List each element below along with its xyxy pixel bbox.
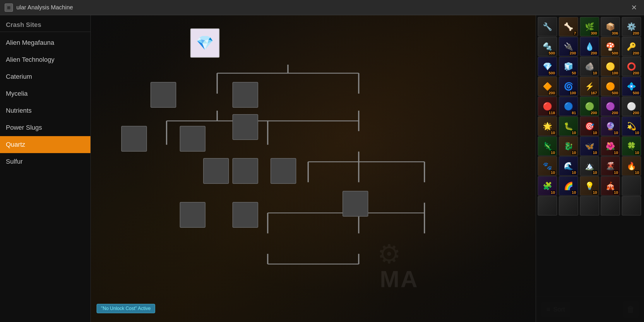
item-cell-2-1[interactable]: 🧊50	[559, 57, 578, 76]
item-cell-3-1[interactable]: 🌀100	[559, 77, 578, 96]
item-icon-3-1: 🌀	[564, 83, 573, 90]
item-cell-4-3[interactable]: 🟣200	[601, 97, 620, 116]
item-cell-3-4[interactable]: 💠500	[622, 77, 641, 96]
tree-node-6[interactable]	[203, 158, 229, 184]
item-count-1-2: 200	[590, 51, 598, 55]
item-cell-5-2[interactable]: 🎯10	[580, 117, 599, 136]
item-count-3-2: 167	[590, 91, 598, 95]
sidebar-item-nutrients[interactable]: Nutrients	[0, 102, 90, 119]
item-cell-3-0[interactable]: 🔶200	[538, 77, 557, 96]
tree-node-10[interactable]	[232, 202, 258, 228]
item-count-4-3: 200	[611, 111, 619, 115]
item-cell-9-2[interactable]	[580, 196, 599, 215]
item-cell-6-4[interactable]: 🍀10	[622, 136, 641, 156]
item-count-8-1: 10	[571, 190, 576, 195]
item-cell-0-4[interactable]: ⚙️200	[622, 17, 641, 36]
tree-node-3[interactable]	[121, 126, 147, 152]
item-cell-4-2[interactable]: 🟢200	[580, 97, 599, 116]
sidebar-header: Crash Sites	[0, 15, 90, 32]
item-cell-8-1[interactable]: 🌈10	[559, 176, 578, 196]
item-cell-9-3[interactable]	[601, 196, 620, 215]
item-cell-5-0[interactable]: 🌟10	[538, 117, 557, 136]
item-count-4-4: 200	[632, 111, 640, 115]
tree-node-5[interactable]	[232, 114, 258, 140]
item-cell-7-4[interactable]: 🔥10	[622, 156, 641, 176]
item-icon-1-3: 🍄	[606, 43, 615, 50]
item-cell-2-2[interactable]: 🪨10	[580, 57, 599, 76]
item-cell-4-1[interactable]: 🔵81	[559, 97, 578, 116]
item-count-6-0: 10	[550, 150, 556, 155]
item-cell-9-1[interactable]	[559, 196, 578, 215]
item-cell-5-4[interactable]: 💫10	[622, 117, 641, 136]
item-cell-1-2[interactable]: 💧200	[580, 37, 599, 56]
tree-node-7[interactable]	[232, 158, 258, 184]
tree-node-4[interactable]	[180, 126, 205, 152]
item-count-7-1: 10	[571, 170, 576, 175]
item-icon-1-0: 🔩	[543, 43, 552, 50]
item-icon-3-2: ⚡	[585, 83, 594, 90]
item-cell-7-3[interactable]: 🌋10	[601, 156, 620, 176]
item-cell-9-0[interactable]	[538, 196, 557, 215]
item-cell-0-0[interactable]: 🔧	[538, 17, 557, 36]
sidebar-item-sulfur[interactable]: Sulfur	[0, 153, 90, 170]
item-count-6-3: 10	[613, 150, 619, 155]
item-cell-1-4[interactable]: 🔑200	[622, 37, 641, 56]
sidebar-item-caterium[interactable]: Caterium	[0, 68, 90, 85]
item-icon-1-1: 🔌	[564, 43, 573, 50]
tree-node-1[interactable]	[150, 82, 176, 108]
item-cell-6-1[interactable]: 🐉10	[559, 136, 578, 156]
item-cell-1-0[interactable]: 🔩500	[538, 37, 557, 56]
item-cell-8-3[interactable]: 🎪10	[601, 176, 620, 196]
close-button[interactable]: ✕	[629, 2, 639, 13]
item-count-3-3: 500	[611, 91, 619, 95]
tree-node-2[interactable]	[232, 82, 258, 108]
tree-node-9[interactable]	[180, 202, 205, 228]
item-cell-2-4[interactable]: ⭕200	[622, 57, 641, 76]
item-icon-3-4: 💠	[627, 83, 636, 90]
sidebar-item-power-slugs[interactable]: Power Slugs	[0, 119, 90, 136]
item-cell-0-3[interactable]: 📦306	[601, 17, 620, 36]
item-cell-8-4[interactable]	[622, 176, 641, 196]
item-icon-7-3: 🌋	[606, 162, 615, 170]
item-cell-3-2[interactable]: ⚡167	[580, 77, 599, 96]
item-icon-5-3: 🔮	[606, 122, 615, 130]
item-cell-2-0[interactable]: 💎500	[538, 57, 557, 76]
item-cell-2-3[interactable]: 🟡100	[601, 57, 620, 76]
item-count-1-4: 200	[632, 51, 640, 55]
item-cell-8-0[interactable]: 🧩10	[538, 176, 557, 196]
item-count-5-1: 10	[571, 131, 576, 135]
item-cell-0-1[interactable]: 🦴7	[559, 17, 578, 36]
item-cell-6-2[interactable]: 🦋10	[580, 136, 599, 156]
item-cell-0-2[interactable]: 🌿300	[580, 17, 599, 36]
item-cell-4-4[interactable]: ⚪200	[622, 97, 641, 116]
tree-node-8[interactable]	[270, 158, 296, 184]
item-icon-8-2: 💡	[585, 182, 594, 190]
item-cell-3-3[interactable]: 🟠500	[601, 77, 620, 96]
item-cell-8-2[interactable]: 💡10	[580, 176, 599, 196]
item-cell-7-0[interactable]: 🐾10	[538, 156, 557, 176]
sidebar-item-mycelia[interactable]: Mycelia	[0, 85, 90, 102]
item-icon-2-0: 💎	[543, 63, 552, 70]
item-icon-6-0: 🦎	[543, 142, 552, 150]
sidebar-item-quartz[interactable]: Quartz	[0, 136, 90, 153]
item-cell-6-3[interactable]: 🌺10	[601, 136, 620, 156]
item-cell-1-1[interactable]: 🔌200	[559, 37, 578, 56]
item-cell-6-0[interactable]: 🦎10	[538, 136, 557, 156]
item-cell-7-2[interactable]: 🏔️10	[580, 156, 599, 176]
item-cell-7-1[interactable]: 🌊10	[559, 156, 578, 176]
item-cell-5-1[interactable]: 🐛10	[559, 117, 578, 136]
item-icon-4-1: 🔵	[564, 102, 573, 110]
sidebar: Crash Sites Alien MegafaunaAlien Technol…	[0, 15, 91, 322]
sidebar-item-alien-technology[interactable]: Alien Technology	[0, 51, 90, 68]
item-count-2-3: 100	[611, 71, 619, 75]
tree-node-root[interactable]: 💎	[190, 28, 220, 58]
item-cell-9-4[interactable]	[622, 196, 641, 215]
item-count-0-1: 7	[573, 31, 577, 35]
item-count-3-4: 500	[632, 91, 640, 95]
item-cell-5-3[interactable]: 🔮10	[601, 117, 620, 136]
tree-node-11[interactable]	[342, 191, 368, 217]
item-icon-8-1: 🌈	[564, 182, 573, 190]
item-cell-1-3[interactable]: 🍄500	[601, 37, 620, 56]
sidebar-item-alien-megafauna[interactable]: Alien Megafauna	[0, 34, 90, 51]
item-cell-4-0[interactable]: 🔴118	[538, 97, 557, 116]
